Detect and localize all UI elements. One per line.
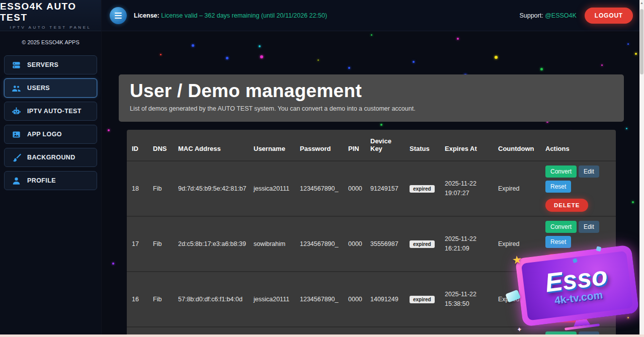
cell-pin: 0000: [343, 216, 365, 272]
sidebar-item-profile[interactable]: PROFILE: [4, 171, 97, 190]
copyright-text: © 2025 ESSO4K APPS: [0, 31, 101, 52]
hamburger-icon: [115, 13, 122, 14]
row-actions: Convert Edit Reset DELETE: [545, 221, 614, 267]
license-value: License valid – 362 days remaining (unti…: [161, 12, 327, 19]
page-title: User / Demo management: [130, 80, 613, 102]
row-actions: Convert Edit Reset DELETE: [545, 276, 614, 322]
cell-countdown: Expired: [493, 272, 540, 327]
col-expires-at: Expires At: [440, 130, 493, 161]
sidebar: ESSO4K AUTO TEST IPTV AUTO TEST PANEL © …: [0, 0, 102, 337]
support-handle[interactable]: @ESSO4K: [545, 12, 577, 19]
bottom-edge-strip: [0, 334, 644, 337]
cell-password: 1234567890_: [295, 216, 343, 272]
reset-button[interactable]: Reset: [545, 291, 571, 303]
col-pin: PIN: [343, 130, 365, 161]
cell-mac: 2d:c5:8b:17:e3:a6:b8:39: [173, 216, 249, 272]
cell-dns: Fib: [148, 216, 173, 272]
cell-pin: 0000: [343, 161, 365, 216]
table-row: 17 Fib 2d:c5:8b:17:e3:a6:b8:39 sowibrahi…: [127, 216, 616, 272]
person-icon: [12, 176, 21, 186]
topbar: License: License valid – 362 days remain…: [102, 0, 644, 31]
col-status: Status: [405, 130, 440, 161]
reset-button[interactable]: Reset: [545, 181, 571, 193]
cell-expires-at: 2025-11-22 16:21:09: [440, 216, 493, 272]
scrollbar-thumb[interactable]: [640, 9, 643, 74]
sidebar-item-app-logo[interactable]: APP LOGO: [4, 125, 97, 144]
delete-button[interactable]: DELETE: [545, 254, 588, 267]
topbar-right: Support: @ESSO4K LOGOUT: [519, 8, 633, 24]
sidebar-item-label: SERVERS: [27, 61, 58, 68]
logout-button[interactable]: LOGOUT: [585, 8, 633, 24]
cell-expires-at: 2025-11-22 19:07:27: [440, 161, 493, 216]
sidebar-item-users[interactable]: USERS: [4, 78, 97, 98]
hamburger-menu-button[interactable]: [110, 7, 127, 24]
cell-pin: 0000: [343, 272, 365, 327]
cell-id: 16: [127, 272, 148, 327]
col-id: ID: [127, 130, 148, 161]
cell-device-key: 91249157: [365, 161, 405, 216]
cell-device-key: 14091249: [365, 272, 405, 327]
col-password: Password: [295, 130, 343, 161]
cell-id: 18: [127, 161, 148, 216]
row-actions: Convert Edit Reset DELETE: [545, 165, 614, 212]
brand-title: ESSO4K AUTO TEST: [0, 1, 101, 23]
cell-username: sowibrahim: [249, 216, 295, 272]
col-actions: Actions: [540, 130, 616, 161]
support-info: Support: @ESSO4K: [519, 12, 576, 19]
page-subtitle: List of demos generated by the AUTO TEST…: [130, 105, 613, 112]
robot-icon: [12, 107, 21, 116]
sidebar-item-servers[interactable]: SERVERS: [4, 55, 97, 74]
cell-password: 1234567890_: [295, 272, 343, 327]
license-label: License:: [134, 12, 159, 19]
page-header-panel: User / Demo management List of demos gen…: [119, 74, 624, 122]
servers-icon: [12, 60, 21, 70]
col-username: Username: [249, 130, 295, 161]
edit-button[interactable]: Edit: [579, 165, 599, 178]
cell-username: jessica20111: [249, 272, 295, 327]
vertical-scrollbar[interactable]: ▲: [639, 0, 644, 334]
cell-mac: 9d:7d:45:b9:5e:42:81:b7: [173, 161, 249, 216]
cell-password: 1234567890_: [295, 161, 343, 216]
brand: ESSO4K AUTO TEST IPTV AUTO TEST PANEL: [0, 0, 101, 31]
cell-countdown: Expired: [493, 161, 540, 216]
demo-table: ID DNS MAC Address Username Password PIN…: [127, 130, 616, 337]
sidebar-item-iptv-auto-test[interactable]: IPTV AUTO-TEST: [4, 102, 97, 121]
scroll-up-arrow-icon[interactable]: ▲: [639, 0, 644, 5]
convert-button[interactable]: Convert: [545, 221, 577, 233]
cell-countdown: Expired: [493, 216, 540, 272]
edit-button[interactable]: Edit: [579, 276, 599, 288]
brand-subtitle: IPTV AUTO TEST PANEL: [10, 25, 92, 30]
support-label: Support:: [519, 12, 543, 19]
users-icon: [12, 83, 21, 93]
edit-button[interactable]: Edit: [579, 221, 599, 233]
license-status: License: License valid – 362 days remain…: [134, 12, 327, 19]
main-content: User / Demo management List of demos gen…: [102, 31, 644, 337]
col-dns: DNS: [148, 130, 173, 161]
convert-button[interactable]: Convert: [545, 165, 577, 178]
col-mac-address: MAC Address: [173, 130, 249, 161]
app-root: ESSO4K AUTO TEST IPTV AUTO TEST PANEL © …: [0, 0, 644, 337]
sidebar-item-label: APP LOGO: [27, 131, 62, 138]
status-badge: expired: [410, 296, 435, 303]
status-badge: expired: [410, 240, 435, 248]
table-row: 18 Fib 9d:7d:45:b9:5e:42:81:b7 jessica20…: [127, 161, 616, 216]
cell-expires-at: 2025-11-22 15:38:50: [440, 272, 493, 327]
cell-device-key: 35556987: [365, 216, 405, 272]
sidebar-item-background[interactable]: BACKGROUND: [4, 148, 97, 167]
demo-table-card: ID DNS MAC Address Username Password PIN…: [127, 130, 616, 337]
table-row: 16 Fib 57:8b:d0:df:c6:f1:b4:0d jessica20…: [127, 272, 616, 327]
sidebar-item-label: BACKGROUND: [27, 154, 75, 161]
cell-dns: Fib: [148, 161, 173, 216]
cell-dns: Fib: [148, 272, 173, 327]
cell-id: 17: [127, 216, 148, 272]
reset-button[interactable]: Reset: [545, 236, 571, 248]
col-countdown: Countdown: [493, 130, 540, 161]
brush-icon: [12, 153, 21, 162]
delete-button[interactable]: DELETE: [545, 199, 588, 212]
convert-button[interactable]: Convert: [545, 276, 577, 288]
cell-username: jessica20111: [249, 161, 295, 216]
delete-button[interactable]: DELETE: [545, 309, 588, 322]
sidebar-item-label: PROFILE: [27, 177, 56, 184]
image-icon: [12, 130, 21, 139]
sidebar-item-label: USERS: [27, 85, 50, 92]
